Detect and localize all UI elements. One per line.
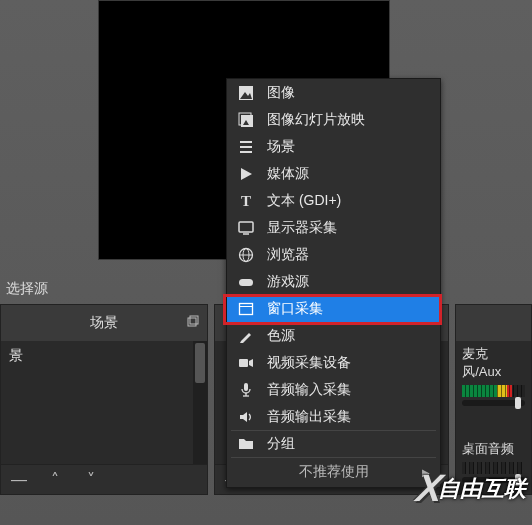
- menu-item-window-capture[interactable]: 窗口采集: [227, 295, 440, 322]
- text-icon: T: [237, 192, 255, 210]
- app-root: 选择源 场景 景 — ˄ ˅: [0, 0, 532, 525]
- menu-label: 媒体源: [267, 165, 309, 183]
- slideshow-icon: [237, 111, 255, 129]
- window-icon: [237, 300, 255, 318]
- menu-item-browser[interactable]: 浏览器: [227, 241, 440, 268]
- remove-button[interactable]: —: [5, 469, 33, 491]
- menu-item-audio-output[interactable]: 音频输出采集: [227, 403, 440, 430]
- image-icon: [237, 84, 255, 102]
- scenes-title: 场景: [90, 314, 118, 332]
- scenes-toolbar: — ˄ ˅: [1, 464, 207, 494]
- group-icon: [237, 435, 255, 453]
- menu-label: 视频采集设备: [267, 354, 351, 372]
- menu-label: 文本 (GDI+): [267, 192, 341, 210]
- menu-item-game[interactable]: 游戏源: [227, 268, 440, 295]
- dock-icon[interactable]: [187, 315, 199, 327]
- menu-item-group[interactable]: 分组: [227, 430, 440, 457]
- menu-label: 场景: [267, 138, 295, 156]
- color-icon: [237, 327, 255, 345]
- audio-in-icon: [237, 381, 255, 399]
- mixer-desktop-label: 桌面音频: [462, 440, 525, 458]
- move-down-button[interactable]: ˅: [77, 469, 105, 491]
- menu-label: 图像: [267, 84, 295, 102]
- vu-meter: [462, 385, 525, 397]
- menu-label: 音频输出采集: [267, 408, 351, 426]
- menu-item-image[interactable]: 图像: [227, 79, 440, 106]
- scenes-panel: 场景 景 — ˄ ˅: [0, 304, 208, 495]
- mixer-header: [456, 305, 531, 341]
- svg-text:T: T: [241, 193, 251, 209]
- menu-item-color[interactable]: 色源: [227, 322, 440, 349]
- svg-marker-12: [241, 168, 252, 180]
- watermark-logo-icon: X: [414, 467, 445, 510]
- menu-item-text[interactable]: T 文本 (GDI+): [227, 187, 440, 214]
- svg-rect-1: [190, 316, 198, 324]
- svg-rect-22: [239, 359, 248, 367]
- mixer-mic: 麦克风/Aux: [456, 341, 531, 408]
- svg-marker-27: [240, 412, 247, 422]
- watermark-text: 自由互联: [438, 474, 526, 504]
- svg-rect-20: [240, 303, 253, 314]
- menu-item-deprecated[interactable]: 不推荐使用 ▶: [227, 457, 440, 487]
- menu-label: 图像幻灯片放映: [267, 111, 365, 129]
- menu-label: 浏览器: [267, 246, 309, 264]
- menu-item-display[interactable]: 显示器采集: [227, 214, 440, 241]
- game-icon: [237, 273, 255, 291]
- svg-rect-24: [244, 383, 248, 391]
- menu-label: 窗口采集: [267, 300, 323, 318]
- hint-text: 选择源: [6, 280, 48, 298]
- scene-item[interactable]: 景: [1, 341, 207, 371]
- menu-label: 音频输入采集: [267, 381, 351, 399]
- browser-icon: [237, 246, 255, 264]
- scrollbar[interactable]: [193, 341, 207, 464]
- menu-item-slideshow[interactable]: 图像幻灯片放映: [227, 106, 440, 133]
- add-source-menu: 图像 图像幻灯片放映 场景 媒体源 T 文本 (GDI+) 显示器采集 浏览器: [226, 78, 441, 488]
- menu-label: 显示器采集: [267, 219, 337, 237]
- move-up-button[interactable]: ˄: [41, 469, 69, 491]
- menu-label: 色源: [267, 327, 295, 345]
- mixer-mic-label: 麦克风/Aux: [462, 345, 525, 381]
- menu-label: 不推荐使用: [299, 463, 369, 481]
- media-icon: [237, 165, 255, 183]
- scenes-header: 场景: [1, 305, 207, 341]
- svg-rect-0: [188, 318, 196, 326]
- video-icon: [237, 354, 255, 372]
- audio-out-icon: [237, 408, 255, 426]
- scene-icon: [237, 138, 255, 156]
- watermark: X 自由互联: [417, 467, 526, 510]
- menu-item-audio-input[interactable]: 音频输入采集: [227, 376, 440, 403]
- volume-slider[interactable]: [462, 400, 525, 406]
- menu-label: 分组: [267, 435, 295, 453]
- display-icon: [237, 219, 255, 237]
- menu-item-media[interactable]: 媒体源: [227, 160, 440, 187]
- svg-rect-14: [239, 222, 253, 232]
- scenes-body: 景: [1, 341, 207, 464]
- menu-label: 游戏源: [267, 273, 309, 291]
- menu-item-scene[interactable]: 场景: [227, 133, 440, 160]
- menu-item-video-capture[interactable]: 视频采集设备: [227, 349, 440, 376]
- svg-rect-19: [239, 279, 253, 286]
- svg-marker-23: [249, 359, 253, 367]
